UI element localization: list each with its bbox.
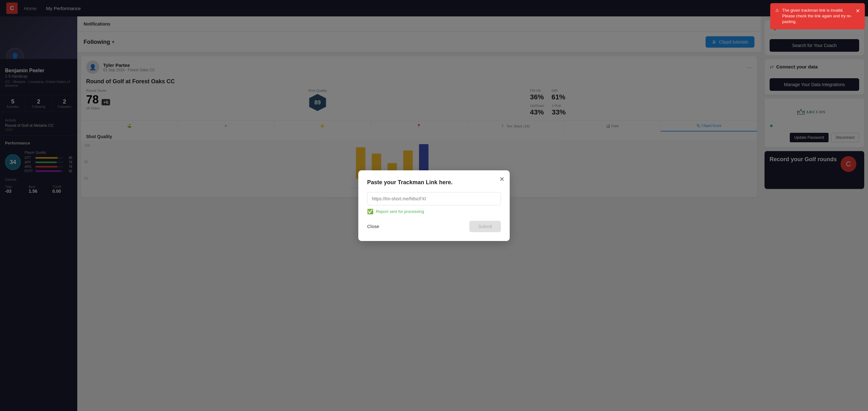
modal-actions: Close Submit — [367, 221, 501, 232]
modal-overlay: Paste your Trackman Link here. ✕ ✅ Repor… — [0, 0, 868, 411]
modal-close-x-button[interactable]: ✕ — [499, 176, 505, 183]
toast-close-button[interactable]: ✕ — [856, 7, 860, 14]
modal-success-message: ✅ Report sent for processing — [367, 209, 501, 215]
success-check-icon: ✅ — [367, 209, 373, 215]
modal-close-button[interactable]: Close — [367, 224, 379, 229]
modal-title: Paste your Trackman Link here. — [367, 179, 501, 186]
trackman-link-input[interactable] — [367, 192, 501, 205]
error-toast: ⚠ The given trackman link is invalid. Pl… — [770, 3, 865, 29]
success-text: Report sent for processing — [376, 209, 424, 214]
trackman-modal: Paste your Trackman Link here. ✕ ✅ Repor… — [358, 170, 510, 241]
modal-submit-button[interactable]: Submit — [469, 221, 501, 232]
toast-message: The given trackman link is invalid. Plea… — [782, 7, 852, 25]
toast-warning-icon: ⚠ — [775, 7, 779, 13]
